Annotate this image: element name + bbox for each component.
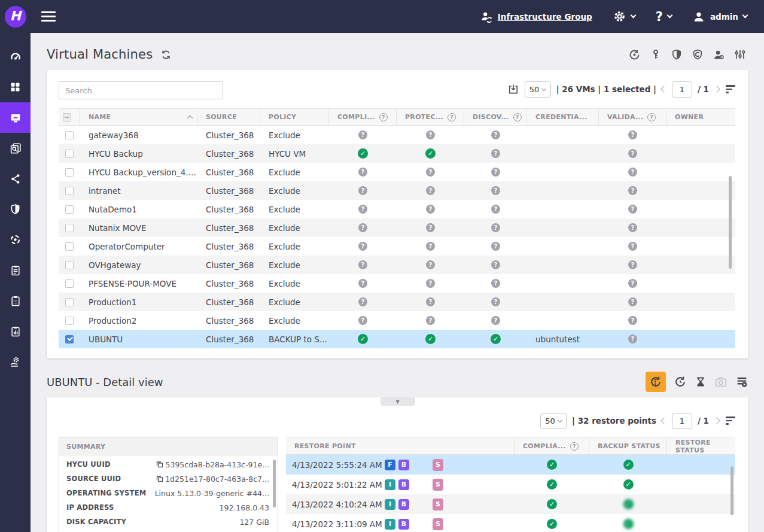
row-checkbox[interactable] [65,335,74,343]
owner-user-icon[interactable] [713,48,725,61]
row-checkbox[interactable] [65,242,74,251]
settings-menu[interactable] [613,10,635,23]
column-header[interactable]: POLICY [260,109,329,125]
row-checkbox[interactable] [65,279,74,288]
policy-shield-icon[interactable] [671,48,683,60]
column-header[interactable]: NAME [80,109,197,125]
row-checkbox[interactable] [65,131,74,139]
user-menu[interactable]: admin [692,10,747,23]
column-header[interactable]: OWNER [666,109,735,125]
vm-table-row[interactable]: Production1Cluster_368Exclude???? [59,293,735,311]
credentials-key-icon[interactable] [650,48,662,60]
row-checkbox[interactable] [65,150,74,158]
restore-page-input[interactable]: 1 [672,413,692,429]
restore-scrollbar[interactable] [730,466,733,515]
backup-search-icon [9,142,22,155]
compliance-shield-icon[interactable] [692,48,704,60]
help-icon[interactable]: ? [513,113,522,121]
restore-point-row[interactable]: 4/13/2022 5:01:22 AMIBS✓✓ [286,475,735,494]
vm-table-row[interactable]: UBUNTUCluster_368BACKUP to S...✓✓✓ubuntu… [59,330,735,348]
restore-point-row[interactable]: 4/13/2022 4:10:24 AMIBS✓✓ [286,494,735,514]
help-menu[interactable]: ? [656,10,672,24]
row-checkbox[interactable] [65,298,74,306]
tasks-queue-icon[interactable] [735,375,748,388]
vm-table-row[interactable]: Nutanix MOVECluster_368Exclude???? [59,218,735,237]
column-header[interactable]: VALIDA...? [599,109,666,125]
export-icon[interactable] [507,83,519,95]
column-header[interactable]: SOURCE [197,109,260,125]
help-icon[interactable]: ? [647,113,656,121]
sidebar-item-backups[interactable] [0,133,31,163]
backup-now-button[interactable] [646,372,666,392]
restore-button[interactable] [674,375,687,388]
restore-point-row[interactable]: 4/13/2022 5:55:24 AMFBS✓✓ [286,455,735,475]
row-checkbox-cell [59,131,80,139]
hamburger-menu-icon[interactable] [41,11,56,22]
next-page-icon[interactable] [713,86,720,92]
column-header[interactable]: PROTEC...? [397,109,464,125]
status-ok-icon: ✓ [358,334,368,344]
copy-icon[interactable] [156,475,163,482]
expire-hourglass-icon[interactable] [695,376,707,388]
row-checkbox[interactable] [65,187,74,195]
summary-scrollbar[interactable] [273,460,276,507]
row-checkbox[interactable] [65,317,74,325]
refresh-icon[interactable] [160,49,172,60]
collapse-detail-tab[interactable]: ▼ [381,397,415,406]
help-icon[interactable]: ? [570,442,579,451]
badge-snapshot-icon: S [433,518,443,530]
vm-table-row[interactable]: HYCU Backup_version_4.3...Cluster_368Exc… [59,163,735,181]
sidebar-item-reports[interactable] [0,316,31,346]
sidebar-item-virtual-machines[interactable] [0,102,31,133]
row-checkbox[interactable] [65,205,74,214]
row-checkbox[interactable] [65,224,74,232]
vm-scrollbar[interactable] [729,176,732,269]
infrastructure-group-menu[interactable]: Infrastructure Group [480,10,592,23]
column-header[interactable]: DISCOV...? [464,109,527,125]
vm-table-row[interactable]: HYCU BackupCluster_368HYCU VM✓✓?? [59,144,735,163]
sidebar-item-applications[interactable] [0,72,31,102]
column-settings-icon[interactable] [734,48,746,60]
sidebar-item-targets[interactable] [0,224,31,255]
help-icon[interactable]: ? [448,113,456,121]
vm-table-row[interactable]: OVHgatewayCluster_368Exclude???? [59,256,735,274]
sidebar-item-dashboard[interactable] [0,41,31,72]
row-checkbox[interactable] [65,261,74,269]
vm-table-row[interactable]: Production2Cluster_368Exclude???? [59,311,735,330]
column-header[interactable]: RESTORE POINT [286,438,515,454]
column-header[interactable]: CREDENTIA... [527,109,599,125]
select-all-checkbox[interactable] [63,113,71,121]
page-size-select[interactable]: 50 [525,81,551,98]
row-checkbox[interactable] [65,168,74,177]
column-header[interactable]: RESTORE STATUS [667,438,735,454]
column-header[interactable]: BACKUP STATUS [589,438,667,454]
prev-page-icon[interactable] [660,417,667,424]
restore-point-row[interactable]: 4/13/2022 3:11:09 AMIBS✓✓ [286,514,735,532]
status-cell: ✓ [589,519,667,529]
column-header[interactable]: COMPLIA...? [515,438,589,454]
restore-history-icon[interactable] [628,48,641,61]
summary-value: 5395cda8-b28a-413c-91e... [156,460,269,469]
copy-icon[interactable] [156,461,163,468]
sidebar-item-policies[interactable] [0,194,31,224]
sidebar-item-events[interactable] [0,285,31,316]
hycu-logo[interactable]: H [0,0,31,33]
column-header[interactable]: COMPLI...? [329,109,397,125]
vm-table-row[interactable]: gateway368Cluster_368Exclude???? [59,126,735,144]
filter-icon[interactable] [725,415,736,425]
page-number-input[interactable]: 1 [672,81,692,98]
prev-page-icon[interactable] [660,86,667,92]
vm-table-row[interactable]: intranetCluster_368Exclude???? [59,181,735,200]
sidebar-item-shares[interactable] [0,163,31,194]
search-input[interactable] [59,81,223,99]
help-icon[interactable]: ? [379,113,388,121]
vm-table-row[interactable]: NutaDemo1Cluster_368Exclude???? [59,200,735,218]
filter-icon[interactable] [725,84,736,94]
vm-table-row[interactable]: OperatorComputerCluster_368Exclude???? [59,237,735,256]
restore-page-size-select[interactable]: 50 [540,413,567,429]
sidebar-item-administration[interactable] [0,346,31,377]
select-all-header[interactable] [59,109,80,125]
sidebar-item-jobs[interactable] [0,255,31,285]
next-page-icon[interactable] [713,417,720,424]
vm-table-row[interactable]: PFSENSE-POUR-MOVECluster_368Exclude???? [59,274,735,293]
